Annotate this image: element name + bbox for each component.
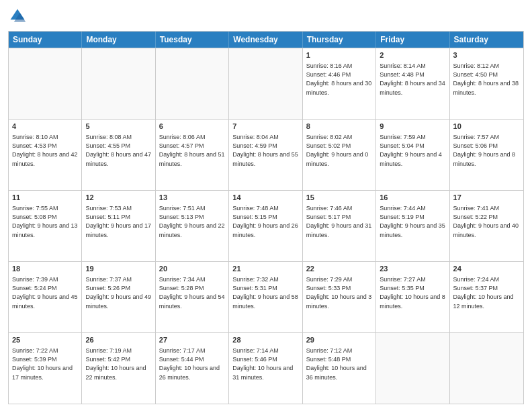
- day-number: 26: [85, 335, 151, 345]
- day-number: 20: [159, 264, 225, 274]
- day-info: Sunrise: 7:14 AM Sunset: 5:46 PM Dayligh…: [232, 347, 298, 381]
- day-number: 2: [380, 50, 445, 60]
- day-number: 19: [85, 264, 151, 274]
- col-header-thursday: Thursday: [303, 32, 376, 48]
- cal-cell-3-3: 21Sunrise: 7:32 AM Sunset: 5:31 PM Dayli…: [229, 262, 302, 332]
- day-info: Sunrise: 8:12 AM Sunset: 4:50 PM Dayligh…: [453, 62, 520, 97]
- day-number: 28: [232, 335, 298, 345]
- cal-cell-0-6: 3Sunrise: 8:12 AM Sunset: 4:50 PM Daylig…: [450, 48, 523, 119]
- cal-cell-0-0: [9, 48, 82, 119]
- day-number: 1: [306, 50, 372, 60]
- day-info: Sunrise: 7:34 AM Sunset: 5:28 PM Dayligh…: [159, 275, 225, 310]
- cal-row-1: 4Sunrise: 8:10 AM Sunset: 4:53 PM Daylig…: [9, 119, 523, 190]
- day-info: Sunrise: 7:53 AM Sunset: 5:11 PM Dayligh…: [85, 204, 151, 239]
- day-info: Sunrise: 7:41 AM Sunset: 5:22 PM Dayligh…: [453, 204, 520, 239]
- day-number: 15: [306, 193, 372, 203]
- day-number: 5: [85, 122, 151, 132]
- day-info: Sunrise: 8:02 AM Sunset: 5:02 PM Dayligh…: [306, 133, 372, 168]
- day-info: Sunrise: 7:12 AM Sunset: 5:48 PM Dayligh…: [306, 347, 372, 381]
- day-number: 27: [159, 335, 225, 345]
- cal-cell-0-1: [82, 48, 155, 119]
- day-info: Sunrise: 8:04 AM Sunset: 4:59 PM Dayligh…: [232, 133, 298, 168]
- cal-cell-0-5: 2Sunrise: 8:14 AM Sunset: 4:48 PM Daylig…: [376, 48, 449, 119]
- day-info: Sunrise: 7:37 AM Sunset: 5:26 PM Dayligh…: [85, 275, 151, 310]
- day-number: 10: [453, 122, 520, 132]
- col-header-sunday: Sunday: [9, 32, 82, 48]
- day-info: Sunrise: 7:32 AM Sunset: 5:31 PM Dayligh…: [232, 275, 298, 310]
- col-header-friday: Friday: [376, 32, 449, 48]
- day-info: Sunrise: 7:17 AM Sunset: 5:44 PM Dayligh…: [159, 347, 225, 381]
- day-number: 17: [453, 193, 520, 203]
- cal-cell-2-0: 11Sunrise: 7:55 AM Sunset: 5:08 PM Dayli…: [9, 191, 82, 261]
- cal-cell-3-2: 20Sunrise: 7:34 AM Sunset: 5:28 PM Dayli…: [156, 262, 229, 332]
- cal-cell-3-6: 24Sunrise: 7:24 AM Sunset: 5:37 PM Dayli…: [450, 262, 523, 332]
- day-number: 6: [159, 122, 225, 132]
- cal-cell-4-6: [450, 333, 523, 404]
- cal-cell-2-5: 16Sunrise: 7:44 AM Sunset: 5:19 PM Dayli…: [376, 191, 449, 261]
- cal-cell-2-3: 14Sunrise: 7:48 AM Sunset: 5:15 PM Dayli…: [229, 191, 302, 261]
- col-header-wednesday: Wednesday: [229, 32, 302, 48]
- day-info: Sunrise: 7:55 AM Sunset: 5:08 PM Dayligh…: [12, 204, 78, 239]
- day-info: Sunrise: 7:29 AM Sunset: 5:33 PM Dayligh…: [306, 275, 372, 310]
- day-info: Sunrise: 7:22 AM Sunset: 5:39 PM Dayligh…: [12, 347, 78, 381]
- day-number: 21: [232, 264, 298, 274]
- cal-cell-2-4: 15Sunrise: 7:46 AM Sunset: 5:17 PM Dayli…: [303, 191, 376, 261]
- cal-cell-4-2: 27Sunrise: 7:17 AM Sunset: 5:44 PM Dayli…: [156, 333, 229, 404]
- cal-cell-1-0: 4Sunrise: 8:10 AM Sunset: 4:53 PM Daylig…: [9, 120, 82, 190]
- day-number: 16: [380, 193, 445, 203]
- day-info: Sunrise: 8:10 AM Sunset: 4:53 PM Dayligh…: [12, 133, 78, 168]
- cal-cell-0-4: 1Sunrise: 8:16 AM Sunset: 4:46 PM Daylig…: [303, 48, 376, 119]
- cal-cell-3-0: 18Sunrise: 7:39 AM Sunset: 5:24 PM Dayli…: [9, 262, 82, 332]
- day-number: 7: [232, 122, 298, 132]
- day-number: 3: [453, 50, 520, 60]
- cal-cell-4-3: 28Sunrise: 7:14 AM Sunset: 5:46 PM Dayli…: [229, 333, 302, 404]
- cal-cell-3-4: 22Sunrise: 7:29 AM Sunset: 5:33 PM Dayli…: [303, 262, 376, 332]
- cal-cell-1-2: 6Sunrise: 8:06 AM Sunset: 4:57 PM Daylig…: [156, 120, 229, 190]
- cal-cell-0-3: [229, 48, 302, 119]
- day-number: 22: [306, 264, 372, 274]
- logo: [8, 7, 30, 26]
- day-number: 25: [12, 335, 78, 345]
- cal-cell-4-0: 25Sunrise: 7:22 AM Sunset: 5:39 PM Dayli…: [9, 333, 82, 404]
- cal-cell-1-1: 5Sunrise: 8:08 AM Sunset: 4:55 PM Daylig…: [82, 120, 155, 190]
- day-info: Sunrise: 7:39 AM Sunset: 5:24 PM Dayligh…: [12, 275, 78, 310]
- calendar: SundayMondayTuesdayWednesdayThursdayFrid…: [8, 31, 524, 404]
- day-number: 13: [159, 193, 225, 203]
- col-header-monday: Monday: [82, 32, 155, 48]
- day-info: Sunrise: 7:59 AM Sunset: 5:04 PM Dayligh…: [380, 133, 445, 168]
- day-info: Sunrise: 8:08 AM Sunset: 4:55 PM Dayligh…: [85, 133, 151, 168]
- day-number: 4: [12, 122, 78, 132]
- cal-cell-1-4: 8Sunrise: 8:02 AM Sunset: 5:02 PM Daylig…: [303, 120, 376, 190]
- day-info: Sunrise: 7:57 AM Sunset: 5:06 PM Dayligh…: [453, 133, 520, 168]
- day-number: 24: [453, 264, 520, 274]
- day-number: 18: [12, 264, 78, 274]
- day-number: 29: [306, 335, 372, 345]
- day-info: Sunrise: 7:27 AM Sunset: 5:35 PM Dayligh…: [380, 275, 445, 310]
- col-header-tuesday: Tuesday: [156, 32, 229, 48]
- day-info: Sunrise: 8:16 AM Sunset: 4:46 PM Dayligh…: [306, 62, 372, 97]
- page: SundayMondayTuesdayWednesdayThursdayFrid…: [0, 0, 532, 411]
- cal-row-3: 18Sunrise: 7:39 AM Sunset: 5:24 PM Dayli…: [9, 261, 523, 332]
- day-info: Sunrise: 7:19 AM Sunset: 5:42 PM Dayligh…: [85, 347, 151, 381]
- day-info: Sunrise: 7:51 AM Sunset: 5:13 PM Dayligh…: [159, 204, 225, 239]
- col-header-saturday: Saturday: [450, 32, 523, 48]
- calendar-header: SundayMondayTuesdayWednesdayThursdayFrid…: [9, 32, 523, 48]
- cal-cell-2-1: 12Sunrise: 7:53 AM Sunset: 5:11 PM Dayli…: [82, 191, 155, 261]
- cal-cell-2-2: 13Sunrise: 7:51 AM Sunset: 5:13 PM Dayli…: [156, 191, 229, 261]
- day-info: Sunrise: 7:24 AM Sunset: 5:37 PM Dayligh…: [453, 275, 520, 310]
- day-info: Sunrise: 7:44 AM Sunset: 5:19 PM Dayligh…: [380, 204, 445, 239]
- day-number: 8: [306, 122, 372, 132]
- cal-cell-4-4: 29Sunrise: 7:12 AM Sunset: 5:48 PM Dayli…: [303, 333, 376, 404]
- cal-cell-3-5: 23Sunrise: 7:27 AM Sunset: 5:35 PM Dayli…: [376, 262, 449, 332]
- day-number: 11: [12, 193, 78, 203]
- cal-cell-1-5: 9Sunrise: 7:59 AM Sunset: 5:04 PM Daylig…: [376, 120, 449, 190]
- cal-cell-1-3: 7Sunrise: 8:04 AM Sunset: 4:59 PM Daylig…: [229, 120, 302, 190]
- cal-cell-2-6: 17Sunrise: 7:41 AM Sunset: 5:22 PM Dayli…: [450, 191, 523, 261]
- day-info: Sunrise: 7:46 AM Sunset: 5:17 PM Dayligh…: [306, 204, 372, 239]
- cal-cell-1-6: 10Sunrise: 7:57 AM Sunset: 5:06 PM Dayli…: [450, 120, 523, 190]
- cal-cell-0-2: [156, 48, 229, 119]
- day-info: Sunrise: 7:48 AM Sunset: 5:15 PM Dayligh…: [232, 204, 298, 239]
- logo-icon: [8, 7, 27, 26]
- cal-row-0: 1Sunrise: 8:16 AM Sunset: 4:46 PM Daylig…: [9, 48, 523, 119]
- day-info: Sunrise: 8:14 AM Sunset: 4:48 PM Dayligh…: [380, 62, 445, 97]
